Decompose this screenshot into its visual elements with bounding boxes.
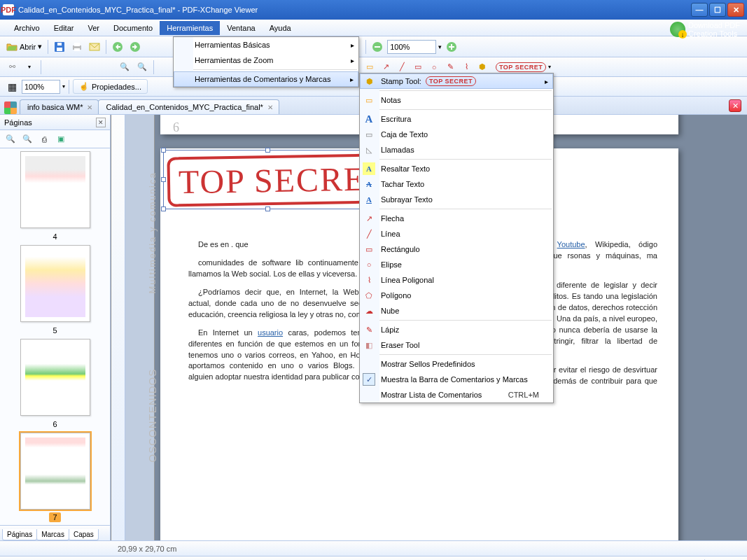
zoom-out-thumb[interactable]: 🔍 — [20, 132, 35, 147]
menu-editar[interactable]: Editar — [47, 21, 81, 35]
menubar: Archivo Editar Ver Documento Herramienta… — [0, 20, 747, 36]
text-a-icon: A — [363, 113, 375, 125]
tachar-item[interactable]: ATachar Texto — [360, 176, 553, 192]
pattern-button[interactable]: ▦ — [4, 79, 20, 94]
main-toolbar: Abrir▾ ▾ — [0, 36, 747, 57]
pages-panel-tools: 🔍 🔍 ⎙ ▣ — [0, 130, 110, 148]
zoom-in-button[interactable] — [444, 39, 459, 55]
maximize-button[interactable]: ☐ — [709, 3, 726, 17]
open-button[interactable]: Abrir▾ — [4, 39, 44, 55]
rect-icon: ▭ — [414, 62, 421, 71]
link-tool-dropdown[interactable]: ▾ — [22, 59, 37, 75]
close-panel-button[interactable]: ✕ — [96, 118, 106, 127]
arrow-tool[interactable]: ↗ — [379, 60, 393, 74]
subrayar-item[interactable]: ASubrayar Texto — [360, 192, 553, 207]
top-secret-stamp[interactable]: TOP SECRE — [167, 153, 377, 206]
ellipse-tool[interactable]: ○ — [427, 60, 441, 74]
herramientas-comentarios-item[interactable]: Herramientas de Comentarios y Marcas — [174, 71, 358, 87]
doc-tab-1[interactable]: info basica WM* ✕ — [20, 99, 99, 114]
redo-button[interactable] — [127, 39, 143, 55]
side-tab-paginas[interactable]: Páginas — [2, 529, 37, 540]
polilinea-item[interactable]: ⌇Línea Poligonal — [360, 272, 553, 288]
zoom-in-thumb[interactable]: 🔍 — [3, 132, 18, 147]
thumbnail-6[interactable] — [20, 339, 90, 416]
properties-button[interactable]: ☝ Propiedades... — [73, 79, 148, 94]
email-button[interactable] — [87, 39, 102, 55]
pages-panel: Páginas ✕ 🔍 🔍 ⎙ ▣ 4 5 6 7 Páginas Marcas… — [0, 115, 111, 540]
elipse-item[interactable]: ○Elipse — [360, 257, 553, 272]
thumbnail-5[interactable] — [20, 245, 90, 322]
close-all-tabs-button[interactable]: ✕ — [729, 99, 741, 112]
mostrar-barra-item[interactable]: ✓Muestra la Barra de Comentarios y Marca… — [360, 372, 553, 387]
side-tab-marcas[interactable]: Marcas — [36, 529, 69, 540]
polyline-tool[interactable]: ⌇ — [459, 60, 473, 74]
magnify-minus-icon: 🔍 — [22, 134, 32, 144]
textbox-icon: ▭ — [363, 128, 375, 141]
pencil-icon: ✎ — [363, 323, 375, 336]
mostrar-lista-item[interactable]: Mostrar Lista de ComentariosCTRL+M — [360, 387, 553, 402]
menu-documento[interactable]: Documento — [106, 21, 160, 35]
rectangulo-item[interactable]: ▭Rectángulo — [360, 241, 553, 257]
comentarios-submenu: ⬢ Stamp Tool: TOP SECRET ▭Notas AEscritu… — [359, 73, 554, 403]
thumbnail-4[interactable] — [20, 151, 90, 228]
magnify-plus-icon: 🔍 — [6, 134, 15, 144]
close-tab-icon[interactable]: ✕ — [87, 104, 92, 111]
undo-button[interactable] — [110, 39, 125, 55]
resaltar-item[interactable]: AResaltar Texto — [360, 161, 553, 176]
herramientas-zoom-item[interactable]: Herramientas de Zoom — [174, 52, 358, 68]
note-icon: ▭ — [363, 94, 375, 106]
eraser-icon: ◧ — [363, 339, 375, 351]
zoom-out-button[interactable] — [370, 39, 385, 55]
stamp-tool[interactable]: ⬢ — [475, 60, 489, 74]
zoom-input[interactable] — [387, 40, 436, 54]
thumb-options[interactable]: ▣ — [53, 132, 69, 147]
menu-ver[interactable]: Ver — [81, 21, 106, 35]
lapiz-item[interactable]: ✎Lápiz — [360, 322, 553, 337]
poligono-item[interactable]: ⬠Polígono — [360, 288, 553, 303]
nube-item[interactable]: ☁Nube — [360, 303, 553, 318]
linea-item[interactable]: ╱Línea — [360, 226, 553, 241]
download-pdf-tools-badge[interactable]: Download PDFCreation Tools — [670, 21, 740, 38]
thumbnail-list[interactable]: 4 5 6 7 — [0, 148, 110, 525]
search-button[interactable]: 🔍 — [134, 59, 150, 75]
check-icon: ✓ — [363, 373, 375, 386]
escritura-item[interactable]: AEscritura — [360, 111, 553, 127]
menu-archivo[interactable]: Archivo — [7, 21, 47, 35]
minimize-button[interactable]: — — [691, 3, 708, 17]
link-usuario[interactable]: usuario — [258, 328, 283, 337]
pencil-tool[interactable]: ✎ — [443, 60, 457, 74]
close-tab-icon[interactable]: ✕ — [267, 104, 273, 111]
grid-view-icon[interactable] — [4, 102, 17, 114]
menu-herramientas[interactable]: Herramientas — [160, 21, 220, 35]
menu-ventana[interactable]: Ventana — [220, 21, 262, 35]
line-tool[interactable]: ╱ — [395, 60, 409, 74]
opacity-input[interactable] — [22, 80, 60, 94]
menu-ayuda[interactable]: Ayuda — [263, 21, 298, 35]
underline-icon: A — [363, 193, 375, 206]
plus-circle-icon — [446, 41, 457, 52]
flecha-item[interactable]: ↗Flecha — [360, 211, 553, 226]
doc-tab-2[interactable]: Calidad_en_Contenidos_MYC_Practica_final… — [98, 99, 279, 114]
link-tool-button[interactable]: ⚯ — [4, 59, 20, 75]
notas-item[interactable]: ▭Notas — [360, 92, 553, 108]
find-button[interactable]: 🔍 — [117, 59, 132, 75]
search-icon: 🔍 — [137, 62, 147, 71]
llamadas-item[interactable]: ◺Llamadas — [360, 142, 553, 158]
save-button[interactable] — [52, 39, 67, 55]
link-youtube[interactable]: Youtube — [557, 240, 585, 248]
note-icon: ▭ — [366, 62, 373, 71]
pages-panel-header: Páginas ✕ — [0, 115, 110, 130]
herramientas-dropdown: Herramientas Básicas Herramientas de Zoo… — [173, 36, 359, 88]
print-button[interactable] — [69, 39, 85, 55]
rect-tool[interactable]: ▭ — [411, 60, 425, 74]
side-tab-capas[interactable]: Capas — [69, 529, 99, 540]
thumbnail-7[interactable] — [20, 433, 90, 510]
eraser-item[interactable]: ◧Eraser Tool — [360, 337, 553, 353]
thumb-print[interactable]: ⎙ — [36, 132, 52, 147]
stamp-tool-item[interactable]: ⬢ Stamp Tool: TOP SECRET — [360, 74, 553, 89]
herramientas-basicas-item[interactable]: Herramientas Básicas — [174, 37, 358, 52]
close-button[interactable]: ✕ — [727, 3, 744, 17]
mostrar-sellos-item[interactable]: Mostrar Sellos Predefinidos — [360, 356, 553, 372]
note-tool[interactable]: ▭ — [363, 60, 377, 74]
caja-texto-item[interactable]: ▭Caja de Texto — [360, 127, 553, 142]
